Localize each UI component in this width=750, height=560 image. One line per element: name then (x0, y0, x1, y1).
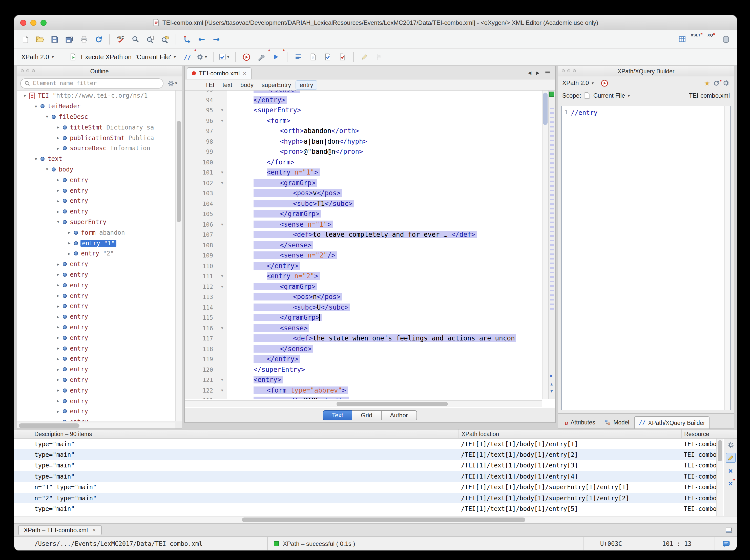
editor-horizontal-scrollbar[interactable] (185, 400, 542, 407)
fold-toggle-icon[interactable]: ▼ (217, 271, 227, 281)
outline-item-entry[interactable]: ▶entry (17, 333, 175, 343)
mode-tab-text[interactable]: Text (323, 410, 352, 420)
next-tab-icon[interactable]: ▶ (536, 70, 539, 75)
code-line-116[interactable]: 116▼<sense> (185, 323, 542, 333)
outline-item-entry[interactable]: ▶entry (17, 406, 175, 417)
expand-icon[interactable]: ▶ (55, 283, 62, 287)
xquery-debugger-icon[interactable]: XQ* (705, 33, 718, 46)
outline-item-entry[interactable]: ▶entry (17, 364, 175, 375)
collapse-icon[interactable]: ▼ (55, 220, 62, 224)
execute-xpath-icon[interactable] (66, 50, 80, 63)
expand-icon[interactable]: ▶ (55, 420, 62, 421)
code-line-97[interactable]: 97<orth>abandon</orth> (185, 126, 542, 136)
code-line-101[interactable]: 101▼<entry n="1"> (185, 167, 542, 178)
validate-schema-icon[interactable] (336, 50, 349, 63)
code-line-117[interactable]: 117<def>the state when one's feelings an… (185, 333, 542, 344)
history-icon[interactable]: • (713, 80, 719, 86)
tab-list-icon[interactable] (544, 69, 551, 76)
builder-version-dropdown[interactable]: XPath 2.0▼ (562, 78, 597, 87)
expand-icon[interactable]: ▶ (55, 125, 62, 130)
results-horizontal-scroll-thumb[interactable] (242, 518, 525, 522)
tab-xpath-builder[interactable]: // XPath/XQuery Builder (634, 416, 710, 428)
breadcrumb-item-tei[interactable]: TEI (205, 81, 214, 88)
format-indent-icon[interactable] (292, 50, 305, 63)
fold-toggle-icon[interactable]: ▼ (217, 116, 227, 126)
outline-item-body[interactable]: ▼body (17, 164, 175, 175)
expand-icon[interactable]: ▶ (55, 188, 62, 193)
goto-last-edit-icon[interactable] (180, 33, 194, 46)
save-icon[interactable] (47, 33, 61, 46)
apply-transformation-icon[interactable] (240, 50, 254, 63)
breadcrumb-item-entry[interactable]: entry (296, 80, 317, 89)
highlight-results-icon[interactable] (726, 453, 735, 463)
expand-icon[interactable]: ▶ (66, 231, 73, 235)
breadcrumb-item-superentry[interactable]: superEntry (262, 81, 291, 88)
remove-result-icon[interactable]: × (726, 465, 735, 476)
results-header-xpath-location[interactable]: XPath location (458, 429, 681, 438)
review-flag-icon[interactable] (373, 50, 386, 63)
results-header-description[interactable]: Description – 90 items (14, 429, 458, 438)
minimize-window-button[interactable] (31, 20, 36, 26)
editor-vertical-scroll-thumb[interactable] (543, 93, 548, 125)
expand-icon[interactable]: ▶ (55, 357, 62, 361)
outline-horizontal-scroll-thumb[interactable] (19, 423, 79, 428)
code-line-112[interactable]: 112▼<gramGrp> (185, 281, 542, 292)
code-line-120[interactable]: 120</superEntry> (185, 364, 542, 375)
fold-toggle-icon[interactable]: ▼ (217, 219, 227, 230)
code-line-98[interactable]: 98<hyph>a|ban|don</hyph> (185, 136, 542, 147)
back-icon[interactable]: ← (195, 33, 209, 46)
edit-attributes-icon[interactable] (358, 50, 372, 63)
outline-item-entry[interactable]: ▶entry "1" (17, 238, 175, 248)
close-results-tab-icon[interactable]: × (92, 527, 96, 533)
code-line-94[interactable]: 94</entry> (185, 95, 542, 105)
code-line-102[interactable]: 102▼<gramGrp> (185, 178, 542, 188)
editor-horizontal-scroll-thumb[interactable] (337, 402, 448, 406)
outline-item-entry[interactable]: ▶entry (17, 196, 175, 206)
outline-item-entry[interactable]: ▶entry (17, 269, 175, 280)
collapse-icon[interactable]: ▼ (33, 104, 39, 108)
database-icon[interactable] (719, 33, 733, 46)
components-grid-icon[interactable] (675, 33, 689, 46)
configure-transformation-icon[interactable]: * (255, 50, 268, 63)
outline-item-entry[interactable]: ▶entry (17, 417, 175, 421)
expand-icon[interactable]: ▶ (55, 199, 62, 203)
result-row[interactable]: type="main"/TEI[1]/text[1]/body[1]/entry… (14, 449, 716, 460)
outline-item-teiHeader[interactable]: ▼teiHeader (17, 101, 175, 112)
fold-toggle-icon[interactable]: ▼ (217, 281, 227, 292)
expand-icon[interactable]: ▶ (55, 262, 62, 266)
open-file-icon[interactable] (33, 33, 46, 46)
expand-icon[interactable]: ▶ (55, 388, 62, 393)
builder-vertical-scrollbar[interactable] (724, 106, 730, 410)
code-line-122[interactable]: 122▼<form type="abbrev"> (185, 385, 542, 396)
expand-icon[interactable]: ▶ (55, 146, 62, 151)
code-line-121[interactable]: 121▼<entry> (185, 375, 542, 385)
code-line-105[interactable]: 105</gramGrp> (185, 209, 542, 219)
outline-item-entry[interactable]: ▶entry (17, 343, 175, 354)
mode-tab-grid[interactable]: Grid (352, 410, 381, 420)
code-line-107[interactable]: 107<def>to leave completely and for ever… (185, 230, 542, 240)
code-line-111[interactable]: 111▼<entry n="2"> (185, 271, 542, 281)
xslt-debugger-icon[interactable]: XSLT* (690, 33, 704, 46)
close-window-button[interactable] (20, 20, 26, 26)
breadcrumb-item-text[interactable]: text (222, 81, 232, 88)
outline-item-TEI[interactable]: ▼TEI "http://www.tei-c.org/ns/1 (17, 91, 175, 101)
results-horizontal-scrollbar[interactable] (14, 516, 737, 523)
print-icon[interactable] (77, 33, 91, 46)
results-header-resource[interactable]: Resource (681, 429, 737, 438)
outline-item-entry[interactable]: ▶entry (17, 206, 175, 217)
expand-icon[interactable]: ▶ (55, 378, 62, 382)
code-line-123[interactable]: 123<orth>MTBF</orth> (185, 396, 542, 399)
outline-item-entry[interactable]: ▶entry (17, 185, 175, 196)
outline-item-titleStmt[interactable]: ▶titleStmt Dictionary sa (17, 122, 175, 133)
expand-icon[interactable]: ▶ (55, 136, 62, 140)
results-vertical-scroll-thumb[interactable] (717, 440, 722, 461)
favorites-star-icon[interactable]: ★ (704, 80, 710, 86)
expand-icon[interactable]: ▶ (66, 241, 73, 245)
code-line-114[interactable]: 114<subc>U</subc> (185, 302, 542, 313)
scope-dropdown[interactable]: Current File▼ (593, 92, 631, 99)
code-line-118[interactable]: 118</sense> (185, 344, 542, 354)
find-replace-icon[interactable] (143, 33, 157, 46)
fold-toggle-icon[interactable]: ▼ (217, 105, 227, 116)
code-line-96[interactable]: 96▼<form> (185, 116, 542, 126)
validate-checkbox-icon[interactable]: ▼ (218, 50, 231, 63)
